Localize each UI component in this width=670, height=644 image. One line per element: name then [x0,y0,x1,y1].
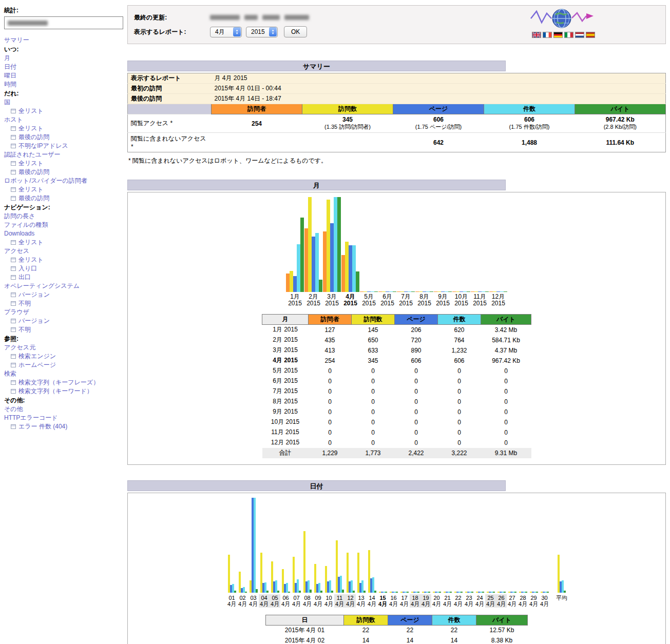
value-cell: 0 [352,376,395,386]
sidebar-link[interactable]: HTTPエラーコード [4,414,123,422]
sidebar-link[interactable]: 訪問の長さ [4,212,123,221]
sidebar-link[interactable]: 月 [4,54,123,63]
sidebar-sublink[interactable]: 最後の訪問 [18,194,49,203]
sidebar-sublink[interactable]: 最後の訪問 [18,168,49,177]
day-bar-group [420,592,431,593]
daily-chart [128,497,665,593]
sidebar-link[interactable]: アクセス元 [4,343,123,352]
column-header-bytes: バイト [481,315,531,325]
bar-bytes [353,591,355,593]
day-bar-group [528,592,539,593]
day-bar-group [280,569,291,593]
column-header-visits: 訪問数 [352,315,395,325]
year-select[interactable]: 2015 ▲▼ [246,27,278,37]
sidebar-link[interactable]: ロボット/スパイダーの訪問者 [4,177,123,185]
summary-header-row: 訪問者 訪問数 ページ 件数 バイト [128,104,666,114]
sidebar-sublink[interactable]: 全リスト [18,107,44,115]
sidebar-link[interactable]: 日付 [4,63,123,71]
sidebar-sublink[interactable]: 全リスト [18,159,44,168]
sidebar-link[interactable]: 国 [4,98,123,107]
sidebar-sublink[interactable]: 全リスト [18,124,44,133]
value-cell: 0 [352,438,395,448]
sidebar-sublink[interactable]: 不明 [18,299,31,308]
bar-bytes [547,592,549,593]
sidebar-link[interactable]: 認証されたユーザー [4,150,123,159]
flag-fr-icon[interactable] [543,32,552,38]
sidebar-link[interactable]: サマリー [4,36,123,45]
month-cell: 1月 2015 [262,325,309,335]
value-cell: 0 [438,438,481,448]
sidebar-link[interactable]: Downloads [4,229,123,238]
flag-it-icon[interactable] [564,32,573,38]
sidebar-sublink[interactable]: 全リスト [18,256,44,264]
not-viewed-bytes: 111.64 Kb [575,133,666,152]
flag-gb-icon[interactable] [532,32,541,38]
list-icon [11,319,16,323]
daily-table: 日 訪問数 ページ 件数 バイト 2015年 4月 0122222212.57 … [265,615,528,644]
value-cell: 0 [438,386,481,397]
sidebar-link[interactable]: アクセス [4,247,123,256]
not-viewed-empty [302,133,393,152]
sidebar-link[interactable]: ブラウザ [4,308,123,317]
ok-button[interactable]: OK [284,26,307,37]
sidebar-sublink[interactable]: 全リスト [18,185,44,194]
flag-de-icon[interactable] [553,32,563,38]
sidebar-link[interactable]: 曜日 [4,71,123,80]
day-bar-group [302,531,313,593]
bar-bytes [448,291,452,292]
month-select[interactable]: 4月 ▲▼ [210,27,242,37]
bar-hits [426,291,430,292]
sidebar-sublink[interactable]: 全リスト [18,238,44,247]
sidebar-sublink[interactable]: バージョン [18,290,50,299]
day-bar-group [313,564,323,593]
sidebar-sublink[interactable]: 検索文字列（キーフレーズ） [18,378,99,387]
bar-hits [315,233,319,292]
flag-nl-icon[interactable] [575,32,584,38]
bar-visits [400,291,404,292]
month-cell: 5月 2015 [262,366,309,376]
sidebar-link[interactable]: その他 [4,405,123,414]
value-cell: 0 [309,407,352,417]
bar-bytes [299,591,301,593]
day-bar-group [248,498,259,593]
day-label: 014月 [226,594,237,608]
column-header-pages: ページ [395,315,438,325]
day-bar-group [485,592,496,593]
sidebar-link[interactable]: ファイルの種類 [4,221,123,229]
sidebar-sublink[interactable]: 最後の訪問 [18,133,49,142]
bar-bytes [430,291,433,292]
bar-pages [441,291,445,292]
sidebar-sublink[interactable]: 不明 [18,325,31,334]
sidebar-link[interactable]: ホスト [4,115,123,124]
sidebar-link[interactable]: オペレーティングシステム [4,282,123,290]
bar-hits [371,291,374,292]
sidebar-sublink[interactable]: バージョン [18,317,50,325]
sidebar-sublink-row: 最後の訪問 [4,168,123,177]
day-bar-group [539,592,550,593]
list-icon [11,354,16,359]
flag-es-icon[interactable] [586,32,595,38]
month-cell: 9月 2015 [262,407,309,417]
sidebar-link[interactable]: 検索 [4,369,123,378]
value-cell: 0 [438,417,481,427]
bar-bytes [411,291,415,292]
daily-table-row: 2015年 4月 021414148.38 Kb [266,635,528,644]
bar-visitors [323,231,327,292]
sidebar-sublink[interactable]: 不明なIPアドレス [18,142,68,150]
value-cell: 0 [309,427,352,438]
sidebar-sublink-row: 全リスト [4,107,123,115]
sidebar-sublink[interactable]: ホームページ [18,361,56,369]
value-cell: 0 [481,427,531,438]
sidebar-sublink[interactable]: 出口 [18,273,31,282]
sidebar-link[interactable]: 時間 [4,80,123,89]
sidebar-sublink[interactable]: 検索エンジン [18,352,56,361]
value-cell: 0 [395,366,438,376]
sidebar-sublink[interactable]: 検索文字列（キーワード） [18,387,93,396]
redacted-site-name [8,21,48,26]
bar-hits [445,291,448,292]
sidebar-sublink[interactable]: エラー 件数 (404) [18,422,67,431]
sidebar-sublink-row: 全リスト [4,185,123,194]
sidebar-sublink[interactable]: 入り口 [18,264,37,273]
day-bar-group [453,592,464,593]
value-cell: 0 [352,386,395,397]
